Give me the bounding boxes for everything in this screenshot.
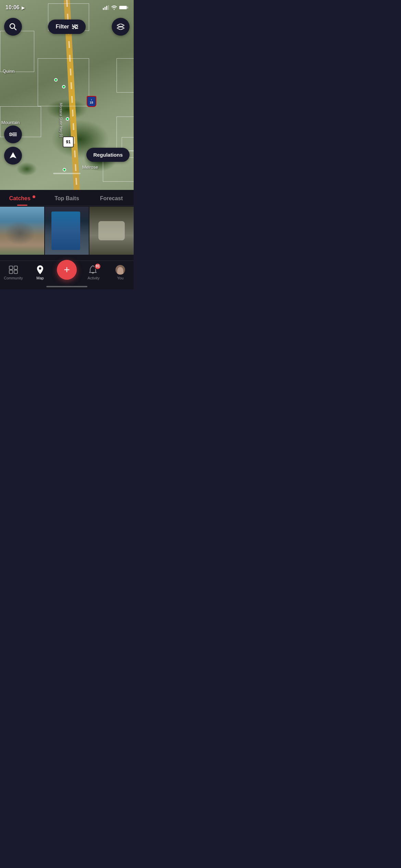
home-indicator: [46, 286, 87, 287]
activity-icon-wrapper: 91: [89, 265, 98, 275]
location-marker-3: [66, 117, 69, 121]
navigation-icon: [10, 152, 16, 159]
add-button[interactable]: +: [57, 260, 77, 280]
svg-point-13: [73, 27, 75, 29]
svg-point-26: [39, 267, 41, 269]
signal-icon: [103, 5, 109, 10]
catch-image-1[interactable]: [0, 207, 44, 255]
boundary-box-3: [38, 58, 89, 106]
catch-image-3[interactable]: [89, 207, 134, 255]
svg-point-17: [10, 134, 11, 135]
status-icons: [103, 5, 128, 10]
content-images-row: [0, 207, 134, 255]
map-area[interactable]: I 15 91 Quinn Mountain Melrose Montana S…: [0, 0, 134, 199]
nav-item-map[interactable]: Map: [27, 265, 53, 280]
layers-button[interactable]: [112, 18, 130, 36]
svg-rect-23: [14, 266, 17, 269]
activity-badge: 91: [94, 263, 101, 270]
community-label: Community: [4, 276, 23, 280]
svg-rect-0: [103, 8, 104, 10]
location-button[interactable]: [4, 147, 22, 165]
map-label-quinn: Quinn: [3, 69, 15, 74]
location-marker-2: [62, 85, 65, 88]
you-icon: [116, 265, 125, 275]
filter-icon: [72, 24, 78, 29]
map-label-highway: Montana State Hwy 91: [59, 103, 63, 137]
activity-label: Activity: [88, 276, 100, 280]
svg-rect-1: [105, 7, 106, 10]
svg-rect-24: [9, 270, 13, 274]
svg-point-11: [73, 24, 75, 26]
map-top-controls: Filter: [0, 18, 134, 36]
map-label-melrose: Melrose: [82, 165, 98, 170]
boundary-box-2: [0, 31, 34, 72]
boundary-box-4: [117, 58, 134, 93]
add-icon: +: [64, 265, 70, 275]
nav-item-activity[interactable]: 91 Activity: [80, 265, 107, 280]
nav-bar: Community Map + 91 Activity: [0, 261, 134, 289]
status-time: 10:06 ▶: [5, 4, 25, 11]
highway-shield-91: 91: [63, 136, 74, 147]
battery-icon: [119, 5, 128, 10]
list-location-icon: [9, 131, 17, 138]
map-left-controls: [4, 125, 22, 165]
map-icon: [35, 265, 45, 275]
nav-item-add[interactable]: +: [53, 265, 80, 280]
svg-rect-3: [108, 5, 109, 10]
location-arrow-icon: ▶: [22, 5, 25, 10]
catches-badge: [33, 195, 35, 198]
filter-button[interactable]: Filter: [48, 20, 85, 34]
list-view-button[interactable]: [4, 125, 22, 143]
map-label-mountain: Mountain: [1, 120, 20, 125]
tabs-row: Catches Top Baits Forecast: [0, 190, 134, 206]
tab-catches[interactable]: Catches: [0, 195, 45, 206]
you-label: You: [117, 276, 124, 280]
avatar: [116, 265, 125, 275]
location-marker-4: [63, 168, 66, 171]
map-label: Map: [36, 276, 44, 280]
svg-rect-2: [106, 6, 107, 10]
tab-forecast[interactable]: Forecast: [89, 195, 134, 206]
location-marker-1: [54, 78, 58, 82]
svg-marker-21: [10, 152, 16, 158]
svg-rect-4: [119, 6, 127, 9]
regulations-button[interactable]: Regulations: [86, 148, 130, 162]
svg-point-12: [75, 26, 77, 28]
nav-item-community[interactable]: Community: [0, 265, 27, 280]
filter-label: Filter: [56, 24, 69, 30]
layers-icon: [117, 24, 124, 30]
svg-line-7: [14, 28, 16, 30]
avatar-silhouette: [117, 267, 123, 275]
community-icon: [9, 265, 18, 275]
tab-top-baits[interactable]: Top Baits: [45, 195, 89, 206]
nav-item-you[interactable]: You: [107, 265, 134, 280]
drag-handle[interactable]: [53, 173, 81, 174]
search-button[interactable]: [4, 18, 22, 36]
catch-image-2[interactable]: [45, 207, 89, 255]
svg-rect-25: [14, 270, 17, 274]
interstate-shield: I 15: [87, 96, 96, 107]
wifi-icon: [111, 5, 117, 10]
status-bar: 10:06 ▶: [0, 0, 134, 15]
svg-rect-22: [9, 266, 13, 269]
svg-rect-5: [127, 7, 128, 9]
